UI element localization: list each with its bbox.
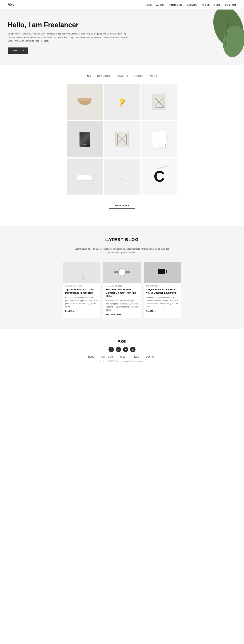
portfolio-grid: 🔑 xyxy=(67,84,177,194)
portfolio-item-bag[interactable] xyxy=(67,121,103,157)
nav-item-blog[interactable]: BLOG xyxy=(214,3,221,6)
blog-card-image-1 xyxy=(63,262,100,283)
blog-card-image-2 xyxy=(103,262,141,283)
hero-description: On The Other Hand, We Denounce With Righ… xyxy=(8,32,134,43)
blog-date-3: JANUARY 28, 2020 xyxy=(146,285,179,287)
nav-item-service[interactable]: SERVICE xyxy=(187,3,197,6)
blog-read-more-1[interactable]: Read More xyxy=(65,310,98,312)
footer-link-blog[interactable]: BLOG xyxy=(134,356,139,358)
footer: Akel f g+ ▶ p HOME • PORTFOLIO • ABOUT •… xyxy=(0,329,244,368)
blog-title-1: Tips for Delivering a Great Performance … xyxy=(65,288,98,294)
blog-title-2: How To Be The Highest Marketer On Your T… xyxy=(106,288,138,298)
blog-excerpt-2: At tincidunt vulputate dis natoque partu… xyxy=(106,299,138,312)
read-more-line-3 xyxy=(157,311,162,312)
social-icon-pinterest[interactable]: p xyxy=(130,347,136,352)
blog-date-2: JANUARY 28, 2020 xyxy=(106,285,138,287)
blog-header: LATEST BLOG Lorem ipsum dolor sit amet, … xyxy=(6,237,238,254)
filter-tab-video[interactable]: VIDEO xyxy=(150,75,158,78)
nav-item-portfolio[interactable]: PORTFOLIO xyxy=(169,3,182,6)
box-visual-2 xyxy=(115,132,129,147)
blog-card-body-1: JANUARY 28, 2020 Tips for Delivering a G… xyxy=(63,283,100,314)
portfolio-section: ALL BRANDING GRAPHIC DESIGN VIDEO 🔑 xyxy=(0,65,244,226)
filter-tab-design[interactable]: DESIGN xyxy=(134,75,144,78)
social-icon-youtube[interactable]: ▶ xyxy=(123,347,128,352)
footer-social-icons: f g+ ▶ p xyxy=(6,347,238,352)
read-more-line-1 xyxy=(76,311,81,312)
footer-link-home[interactable]: HOME xyxy=(88,356,94,358)
box-visual-1 xyxy=(152,94,166,110)
blog-read-more-2[interactable]: Read More xyxy=(106,314,138,316)
portfolio-filter-tabs: ALL BRANDING GRAPHIC DESIGN VIDEO xyxy=(4,75,240,78)
bag-visual xyxy=(80,132,90,147)
blog-coffee-visual xyxy=(158,269,167,276)
portfolio-item-shoes[interactable] xyxy=(67,158,103,194)
portfolio-item-box2[interactable] xyxy=(104,121,140,157)
key-visual: 🔑 xyxy=(117,97,127,107)
hero-plant-decoration xyxy=(206,10,244,63)
portfolio-item-keys[interactable]: 🔑 xyxy=(104,84,140,120)
blog-date-1: JANUARY 28, 2020 xyxy=(65,285,98,287)
blog-lamp-visual xyxy=(79,265,84,279)
footer-copyright: Copyright © 2022.Company name All rights… xyxy=(6,360,238,362)
filter-tab-branding[interactable]: BRANDING xyxy=(97,75,111,78)
blog-read-more-3[interactable]: Read More xyxy=(146,310,179,312)
view-more-button[interactable]: VIEW MORE xyxy=(109,202,135,209)
footer-links: HOME • PORTFOLIO • ABOUT • BLOG • CONTAC… xyxy=(6,356,238,358)
portfolio-item-paper[interactable] xyxy=(141,121,177,157)
hero-content: Hello, I am Freelancer On The Other Hand… xyxy=(8,21,134,54)
blog-card-body-2: JANUARY 28, 2020 How To Be The Highest M… xyxy=(103,283,141,318)
filter-tab-all[interactable]: ALL xyxy=(86,75,92,78)
blog-card-3: JANUARY 28, 2020 4 Myths Rand Fishkin Wa… xyxy=(144,262,181,318)
about-us-button[interactable]: ABOUT US xyxy=(8,47,28,54)
footer-link-portfolio[interactable]: PORTFOLIO xyxy=(101,356,113,358)
portfolio-item-bowl[interactable] xyxy=(67,84,103,120)
nav-item-pages[interactable]: PAGES xyxy=(202,3,210,6)
blog-card-body-3: JANUARY 28, 2020 4 Myths Rand Fishkin Wa… xyxy=(144,283,181,314)
filter-tab-graphic[interactable]: GRAPHIC xyxy=(117,75,128,78)
blog-excerpt-3: At tincidunt vulputate dis natoque partu… xyxy=(146,296,179,308)
hero-section: Hello, I am Freelancer On The Other Hand… xyxy=(0,10,244,65)
view-more-wrapper: VIEW MORE xyxy=(4,202,240,209)
blog-card-1: JANUARY 28, 2020 Tips for Delivering a G… xyxy=(63,262,100,318)
nav-logo[interactable]: Akel xyxy=(8,3,16,7)
blog-grid: JANUARY 28, 2020 Tips for Delivering a G… xyxy=(63,262,181,318)
paper-visual xyxy=(151,130,167,148)
blog-section-title: LATEST BLOG xyxy=(6,237,238,242)
c-letter-visual: C xyxy=(154,169,165,184)
footer-logo[interactable]: Akel xyxy=(6,339,238,344)
portfolio-item-lamp[interactable] xyxy=(104,158,140,194)
social-icon-google-plus[interactable]: g+ xyxy=(116,347,121,352)
blog-watch-visual xyxy=(114,265,130,280)
blog-card-image-3 xyxy=(144,262,181,283)
nav-item-about[interactable]: ABOUT xyxy=(156,3,164,6)
hero-title: Hello, I am Freelancer xyxy=(8,21,134,29)
blog-excerpt-1: At tincidunt vulputate dis natoque partu… xyxy=(65,296,98,308)
bowl-visual xyxy=(78,99,92,105)
footer-link-contact[interactable]: CONTACT xyxy=(146,356,156,358)
read-more-line-2 xyxy=(117,314,122,315)
nav-links: HOME ABOUT PORTFOLIO SERVICE PAGES BLOG … xyxy=(145,3,236,6)
nav-item-home[interactable]: HOME xyxy=(145,3,152,6)
portfolio-item-c[interactable]: C xyxy=(141,158,177,194)
shoes-visual xyxy=(77,172,92,181)
lamp-visual xyxy=(120,172,124,187)
navbar: Akel HOME ABOUT PORTFOLIO SERVICE PAGES … xyxy=(0,0,244,10)
portfolio-item-box1[interactable] xyxy=(141,84,177,120)
footer-link-about[interactable]: ABOUT xyxy=(120,356,127,358)
social-icon-facebook[interactable]: f xyxy=(108,347,114,352)
blog-title-underline xyxy=(118,244,126,244)
nav-item-contact[interactable]: CONTACT xyxy=(225,3,236,6)
blog-section: LATEST BLOG Lorem ipsum dolor sit amet, … xyxy=(0,226,244,329)
blog-card-2: JANUARY 28, 2020 How To Be The Highest M… xyxy=(103,262,141,318)
blog-title-3: 4 Myths Rand Fishkin Wants You to Questi… xyxy=(146,288,179,294)
blog-section-description: Lorem ipsum dolor sit amet, consectetur … xyxy=(74,247,170,254)
